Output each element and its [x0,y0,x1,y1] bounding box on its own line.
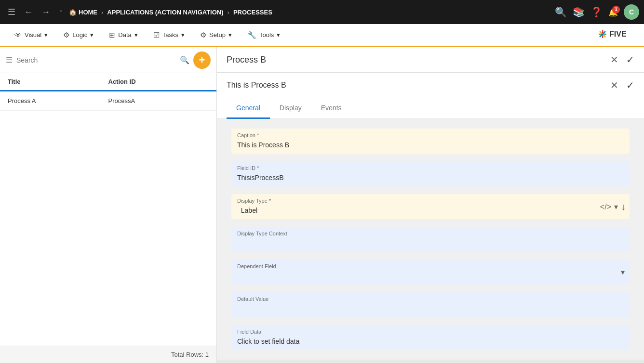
five-logo: FIVE [598,27,636,43]
tab-events[interactable]: Events [311,98,351,119]
dependent-field-arrow-icon[interactable]: ▾ [621,268,625,277]
data-chevron: ▾ [134,31,138,39]
setup-chevron: ▾ [228,31,232,39]
visual-chevron: ▾ [44,31,48,39]
data-icon: ⊞ [109,31,115,39]
tab-display[interactable]: Display [270,98,311,119]
tab-bar: General Display Events [217,98,644,119]
column-title-header: Title [8,78,108,85]
menu-setup[interactable]: ⚙ Setup ▾ [193,28,239,42]
inner-confirm-button[interactable]: ✓ [626,79,634,91]
field-data-label: Field Data [231,325,630,336]
search-input[interactable] [16,56,176,64]
avatar[interactable]: C [624,4,639,20]
menu-tasks[interactable]: ☑ Tasks ▾ [147,28,191,42]
search-icon-left[interactable]: 🔍 [180,55,189,65]
outer-close-button[interactable]: ✕ [610,54,618,65]
display-type-icons: </> ▾ ↓ [600,201,626,212]
data-label: Data [118,31,131,39]
breadcrumb: 🏠 HOME › APPLICATIONS (ACTION NAVIGATION… [69,9,552,16]
field-id-label: Field ID * [231,161,630,172]
tools-chevron: ▾ [277,31,280,39]
inner-panel: This is Process B ✕ ✓ General Display Ev… [217,73,644,360]
notification-badge[interactable]: 🔔 1 [608,8,618,17]
app-nav-item[interactable]: APPLICATIONS (ACTION NAVIGATION) [107,9,223,16]
hamburger-icon[interactable]: ☰ [5,5,18,19]
column-action-id-header: Action ID [108,78,209,85]
filter-icon[interactable]: ☰ [6,55,13,65]
red-arrow-icon: ↓ [621,201,626,212]
field-data-value[interactable]: Click to set field data [231,336,630,350]
field-id-field: Field ID * [231,161,630,186]
processes-nav-item[interactable]: PROCESSES [233,9,272,16]
display-type-input[interactable] [231,205,630,219]
default-value-input[interactable] [231,303,630,317]
caption-label: Caption * [231,129,630,139]
menu-data[interactable]: ⊞ Data ▾ [102,28,144,42]
default-value-label: Default Value [231,292,630,303]
breadcrumb-separator-1: › [101,9,103,16]
main-content: ☰ 🔍 + Title Action ID Process A ProcessA… [0,47,644,363]
display-type-label: Display Type * [231,194,630,205]
display-type-context-field: Display Type Context [231,227,630,252]
visual-label: Visual [25,31,41,39]
caption-field: Caption * [231,129,630,154]
search-icon[interactable]: 🔍 [555,6,567,18]
add-button[interactable]: + [193,52,211,69]
caption-input[interactable] [231,139,630,154]
left-panel: ☰ 🔍 + Title Action ID Process A ProcessA… [0,47,217,363]
dependent-field-label: Dependent Field [231,259,630,270]
display-type-field: Display Type * </> ▾ ↓ [231,194,630,219]
table-header: Title Action ID [0,73,216,91]
dependent-field-field: Dependent Field ▾ [231,259,630,285]
menu-logic[interactable]: ⚙ Logic ▾ [56,28,100,42]
table-footer: Total Rows: 1 [0,346,216,363]
display-type-context-label: Display Type Context [231,227,630,237]
right-panel: Process B ✕ ✓ This is Process B ✕ ✓ Gene… [217,47,644,363]
menu-tools[interactable]: 🔧 Tools ▾ [241,28,287,42]
table-row[interactable]: Process A ProcessA [0,91,216,111]
help-icon[interactable]: ❓ [590,6,603,18]
row-action-id-cell: ProcessA [108,97,209,104]
books-icon[interactable]: 📚 [573,6,585,18]
logic-icon: ⚙ [63,31,69,39]
tab-general[interactable]: General [227,98,270,119]
up-icon[interactable]: ↑ [56,5,66,19]
inner-panel-title: This is Process B [227,81,286,90]
breadcrumb-separator-2: › [228,9,229,16]
inner-panel-actions: ✕ ✓ [610,79,634,91]
svg-text:FIVE: FIVE [609,30,627,38]
code-icon[interactable]: </> [600,202,611,211]
inner-close-button[interactable]: ✕ [610,79,618,91]
dropdown-arrow-icon[interactable]: ▾ [614,202,618,211]
form-area: Caption * Field ID * Display Type * </> … [217,119,644,360]
inner-panel-header: This is Process B ✕ ✓ [217,73,644,98]
outer-panel-title: Process B [227,55,266,65]
dependent-field-input[interactable] [231,270,630,285]
tools-icon: 🔧 [247,31,256,39]
menu-visual[interactable]: 👁 Visual ▾ [8,28,54,42]
tasks-chevron: ▾ [181,31,185,39]
tasks-icon: ☑ [153,31,160,39]
back-icon[interactable]: ← [21,5,36,19]
tools-label: Tools [259,31,274,39]
home-icon: 🏠 [69,9,77,16]
tasks-label: Tasks [162,31,178,39]
outer-confirm-button[interactable]: ✓ [626,54,634,65]
display-type-context-input[interactable] [231,237,630,252]
total-rows-label: Total Rows: 1 [171,351,209,358]
setup-icon: ⚙ [200,31,206,39]
home-nav-item[interactable]: HOME [79,9,97,16]
default-value-field: Default Value [231,292,630,317]
search-bar: ☰ 🔍 + [0,47,216,73]
top-navigation-bar: ☰ ← → ↑ 🏠 HOME › APPLICATIONS (ACTION NA… [0,0,644,24]
visual-icon: 👁 [14,31,22,39]
field-id-input[interactable] [231,172,630,186]
logic-label: Logic [72,31,87,39]
top-bar-right-actions: 🔍 📚 ❓ 🔔 1 C [555,4,639,20]
field-data-field[interactable]: Field Data Click to set field data [231,325,630,350]
row-title-cell: Process A [8,97,108,104]
notification-count: 1 [612,6,620,13]
outer-panel-actions: ✕ ✓ [610,54,634,65]
forward-icon[interactable]: → [39,5,53,19]
